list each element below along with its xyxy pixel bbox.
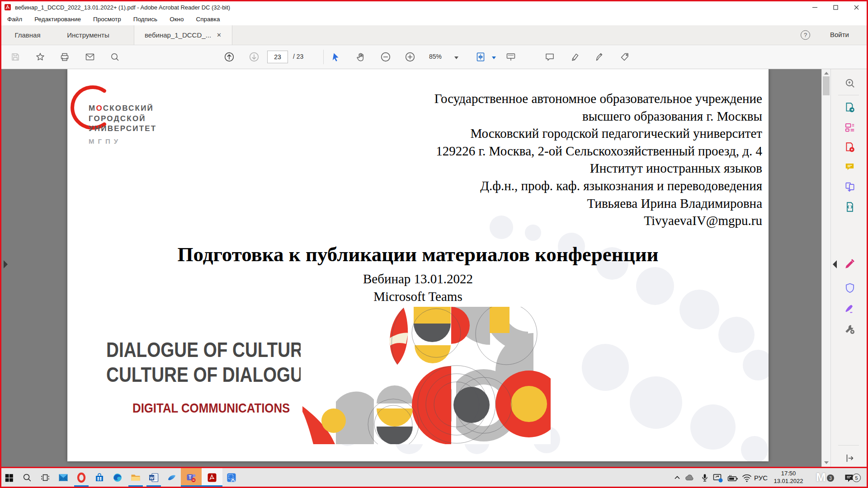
rail-combine-files-button[interactable]	[842, 179, 858, 195]
hand-icon	[355, 52, 366, 62]
previous-page-button[interactable]	[222, 49, 237, 65]
email-button[interactable]	[82, 49, 98, 65]
tab-tools[interactable]: Инструменты	[52, 25, 124, 45]
save-button[interactable]	[8, 49, 23, 65]
running-indicator	[181, 485, 202, 487]
fill-sign-marker-icon	[844, 258, 856, 270]
comment-button[interactable]	[542, 49, 557, 65]
battery-icon[interactable]	[727, 473, 739, 483]
zoom-in-button[interactable]	[402, 49, 418, 65]
next-page-button[interactable]	[246, 49, 262, 65]
rail-more-tools-button[interactable]	[842, 322, 858, 337]
windows-logo-icon	[4, 473, 14, 483]
fill-sign-button[interactable]	[592, 49, 608, 65]
menu-edit[interactable]: Редактирование	[34, 16, 81, 23]
menu-help[interactable]: Справка	[196, 16, 220, 23]
snipping-tool-app-icon[interactable]	[222, 468, 241, 487]
tools-pane-toggle-icon[interactable]	[833, 260, 837, 268]
microphone-icon[interactable]	[700, 473, 710, 483]
rail-comment-button[interactable]	[842, 160, 858, 175]
m-app-badge: 3	[827, 474, 834, 482]
nav-pane-toggle-icon[interactable]	[4, 260, 8, 268]
rail-fill-sign-button[interactable]	[842, 256, 858, 272]
rail-create-pdf-button[interactable]	[842, 140, 858, 155]
page-total-label: / 23	[293, 53, 303, 60]
fit-page-button[interactable]	[473, 49, 488, 65]
zoom-level-label[interactable]: 85%	[429, 53, 442, 60]
save-icon	[10, 52, 21, 62]
vertical-scrollbar[interactable]	[821, 69, 830, 467]
reading-mode-button[interactable]	[503, 49, 519, 65]
menu-window[interactable]: Окно	[170, 16, 184, 23]
menu-file[interactable]: Файл	[7, 16, 22, 23]
hand-tool-button[interactable]	[353, 49, 368, 65]
maximize-button[interactable]	[825, 1, 846, 13]
expand-panel-icon	[844, 453, 855, 464]
store-app-icon[interactable]	[90, 468, 108, 487]
favorite-star-button[interactable]	[33, 49, 48, 65]
help-icon[interactable]: ?	[801, 30, 810, 40]
sign-in-button[interactable]: Войти	[830, 31, 849, 38]
task-view-button[interactable]	[36, 468, 54, 487]
start-button[interactable]	[0, 468, 18, 487]
onedrive-cloud-icon[interactable]	[684, 473, 695, 482]
language-indicator[interactable]: РУС	[754, 474, 768, 482]
scrollbar-thumb[interactable]	[823, 76, 830, 95]
skype-app-icon[interactable]	[163, 468, 181, 487]
window-title: вебинар_1_DCCD_2022_13.01.2022+ (1).pdf …	[15, 4, 230, 11]
sign-stamp-button[interactable]	[617, 49, 632, 65]
tab-document[interactable]: вебинар_1_DCCD_... ✕	[134, 25, 232, 45]
zoom-dropdown-caret-icon[interactable]	[454, 56, 458, 59]
rail-edit-pdf-button[interactable]	[842, 120, 858, 135]
fit-dropdown-caret-icon[interactable]	[492, 56, 496, 59]
tab-home[interactable]: Главная	[10, 25, 45, 45]
svg-text:W: W	[150, 475, 154, 480]
file-explorer-app-icon[interactable]	[127, 468, 145, 487]
tab-close-icon[interactable]: ✕	[217, 32, 222, 38]
rail-collapse-button[interactable]	[842, 450, 858, 466]
page-number-input[interactable]	[267, 51, 288, 63]
scroll-up-icon[interactable]	[824, 72, 829, 75]
rail-export-pdf-button[interactable]	[842, 100, 858, 115]
affiliation-line: высшего образования г. Москвы	[434, 108, 762, 125]
svg-text:T: T	[189, 474, 191, 479]
scroll-down-icon[interactable]	[824, 461, 829, 464]
acrobat-app-tile[interactable]	[202, 468, 222, 487]
tag-pen-icon	[619, 52, 630, 62]
rail-compress-pdf-button[interactable]	[842, 199, 858, 215]
clock[interactable]: 17:50 13.01.2022	[769, 470, 808, 485]
banner-line-1: DIALOGUE OF CULTURES.	[106, 338, 331, 362]
taskbar-search-button[interactable]	[18, 468, 36, 487]
menu-view[interactable]: Просмотр	[93, 16, 121, 23]
taskbar: W T РУС 17:50 13.01.2022 M	[0, 468, 868, 487]
affiliation-line: TivyaevaIV@mgpu.ru	[434, 212, 762, 230]
teams-app-tile[interactable]: T	[181, 468, 202, 487]
tray-app-m-icon[interactable]: M	[816, 470, 826, 484]
opera-app-icon[interactable]	[72, 468, 90, 487]
comment-bubble-icon	[544, 52, 555, 62]
edge-app-icon[interactable]	[108, 468, 127, 487]
highlighter-icon	[570, 52, 581, 62]
tray-chevron-icon[interactable]	[673, 473, 682, 482]
zoom-out-button[interactable]	[378, 49, 393, 65]
print-button[interactable]	[57, 49, 72, 65]
minimize-button[interactable]	[804, 1, 825, 13]
mail-app-icon[interactable]	[54, 468, 72, 487]
envelope-icon	[85, 52, 95, 62]
comment-icon	[844, 161, 856, 173]
highlight-button[interactable]	[568, 49, 583, 65]
selection-tool-button[interactable]	[328, 49, 344, 65]
notification-count-badge: 5	[852, 474, 861, 482]
minus-circle-icon	[380, 51, 392, 63]
rail-protect-button[interactable]	[842, 281, 858, 296]
find-button[interactable]	[107, 49, 123, 65]
display-connect-icon[interactable]	[712, 473, 723, 483]
rail-certificates-button[interactable]	[842, 301, 858, 317]
word-app-icon[interactable]: W	[145, 468, 163, 487]
menu-sign[interactable]: Подпись	[133, 16, 157, 23]
close-button[interactable]	[846, 1, 867, 13]
rail-search-button[interactable]	[842, 75, 858, 91]
wifi-icon[interactable]	[741, 473, 752, 483]
pdf-page: МОСКОВСКИЙ ГОРОДСКОЙ УНИВЕРСИТЕТ МГПУ Го…	[67, 69, 769, 461]
acrobat-app-icon	[4, 4, 11, 11]
